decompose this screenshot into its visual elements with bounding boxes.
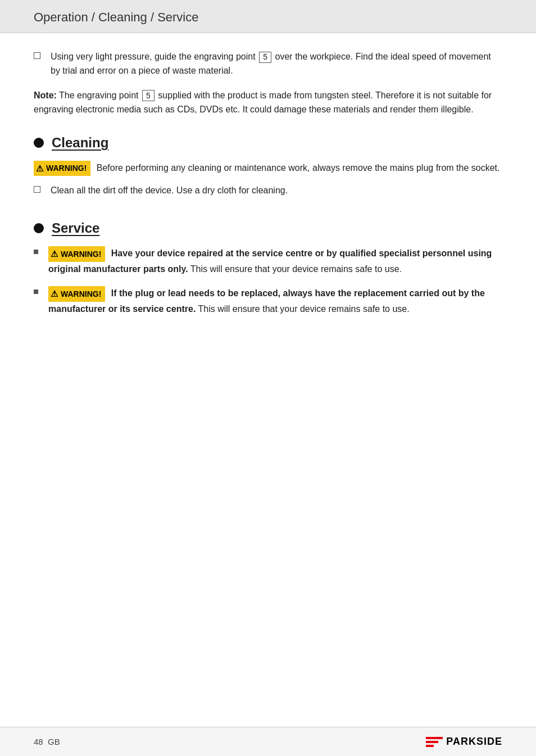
parkside-name-text: PARKSIDE	[446, 736, 502, 748]
service-warning-badge-1: ⚠ WARNING!	[48, 246, 105, 262]
cleaning-bullet-square-icon	[34, 186, 40, 193]
service-sq-bullet-1-icon	[34, 250, 38, 254]
cleaning-warning-sentence: Before performing any cleaning or mainte…	[97, 163, 500, 173]
main-content: Using very light pressure, guide the eng…	[0, 33, 536, 372]
note-text: The engraving point 5 supplied with the …	[34, 90, 492, 115]
service-dot-icon	[34, 223, 44, 233]
parkside-bar-1	[426, 737, 443, 739]
inline-number-5a: 5	[259, 52, 271, 63]
service-item-1-normal: This will ensure that your device remain…	[190, 264, 402, 274]
warning-triangle-icon: ⚠	[36, 162, 43, 175]
cleaning-section-heading: Cleaning	[34, 135, 502, 151]
note-label: Note:	[34, 90, 57, 100]
service-section-heading: Service	[34, 220, 502, 236]
cleaning-bullet-1: Clean all the dirt off the device. Use a…	[34, 184, 502, 198]
service-section-title: Service	[52, 220, 99, 236]
parkside-bar-3	[426, 745, 434, 747]
cleaning-warning-text: ⚠ WARNING! Before performing any cleanin…	[34, 161, 502, 176]
parkside-logo: PARKSIDE	[426, 736, 502, 748]
cleaning-warning-label: WARNING!	[46, 162, 87, 175]
cleaning-bullet-1-text: Clean all the dirt off the device. Use a…	[51, 184, 288, 198]
footer: 48 GB PARKSIDE	[0, 727, 536, 756]
cleaning-warning-block: ⚠ WARNING! Before performing any cleanin…	[34, 161, 502, 176]
service-item-1-text: ⚠ WARNING! Have your device repaired at …	[48, 246, 502, 277]
footer-page-number: 48 GB	[34, 737, 60, 746]
service-warning-triangle-1-icon: ⚠	[51, 247, 58, 261]
bullet-square-icon	[34, 52, 40, 59]
service-item-2-normal: This will ensure that your device remain…	[198, 304, 410, 314]
service-warning-label-2: WARNING!	[61, 288, 101, 300]
operation-bullet-1: Using very light pressure, guide the eng…	[34, 50, 502, 78]
service-warning-triangle-2-icon: ⚠	[51, 287, 58, 301]
header-bar: Operation / Cleaning / Service	[0, 0, 536, 33]
inline-number-5b: 5	[142, 90, 155, 101]
cleaning-warning-badge: ⚠ WARNING!	[34, 161, 90, 176]
service-sq-bullet-2-icon	[34, 289, 38, 294]
operation-bullet-1-text: Using very light pressure, guide the eng…	[51, 50, 502, 78]
service-item-1: ⚠ WARNING! Have your device repaired at …	[34, 246, 502, 277]
service-item-2-text: ⚠ WARNING! If the plug or lead needs to …	[48, 286, 502, 316]
service-item-2: ⚠ WARNING! If the plug or lead needs to …	[34, 286, 502, 316]
service-warning-badge-2: ⚠ WARNING!	[48, 286, 105, 302]
parkside-bar-2	[426, 741, 438, 743]
note-block: Note: The engraving point 5 supplied wit…	[34, 88, 502, 117]
service-warning-label-1: WARNING!	[61, 248, 101, 260]
cleaning-dot-icon	[34, 138, 44, 148]
cleaning-section-title: Cleaning	[52, 135, 108, 151]
header-title: Operation / Cleaning / Service	[34, 10, 199, 24]
parkside-bars-icon	[426, 737, 443, 747]
